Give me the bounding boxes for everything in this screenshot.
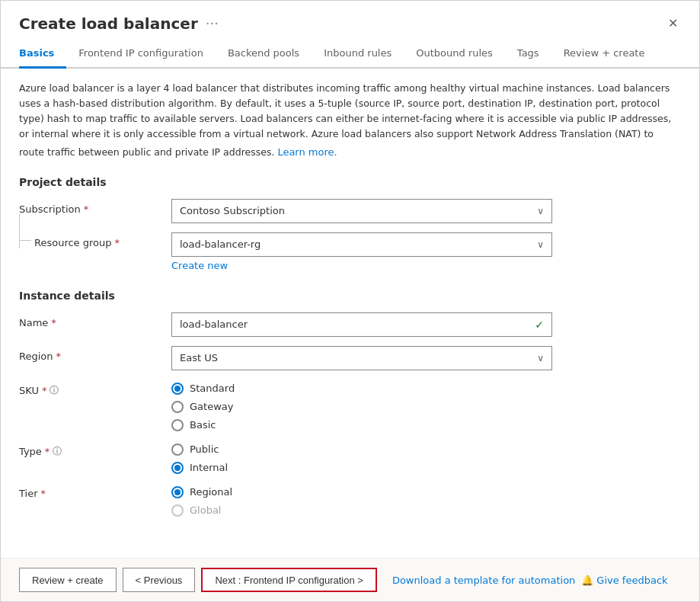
subscription-row: Subscription * Contoso Subscription ∨: [19, 199, 681, 223]
type-internal-label: Internal: [190, 462, 228, 473]
footer: Review + create < Previous Next : Fronte…: [1, 558, 699, 601]
region-chevron-icon: ∨: [537, 353, 544, 363]
resource-group-label: Resource group *: [19, 232, 171, 248]
sku-row: SKU * ⓘ Standard Gateway: [19, 379, 681, 431]
subscription-label: Subscription *: [19, 199, 171, 215]
tier-radio-group: Regional Global: [171, 483, 552, 517]
type-internal-radio[interactable]: [171, 462, 184, 474]
name-input[interactable]: load-balancer ✓: [171, 312, 552, 337]
previous-button[interactable]: < Previous: [123, 568, 196, 592]
type-public-label: Public: [190, 443, 219, 455]
resource-group-required: *: [115, 237, 120, 248]
region-control: East US ∨: [171, 346, 552, 370]
next-button[interactable]: Next : Frontend IP configuration >: [201, 568, 377, 592]
tab-review-create[interactable]: Review + create: [551, 40, 657, 69]
name-required: *: [51, 317, 56, 328]
dialog-title: Create load balancer: [19, 14, 198, 33]
learn-more-link[interactable]: Learn more.: [277, 145, 337, 161]
tab-frontend-ip[interactable]: Frontend IP configuration: [66, 40, 216, 69]
resource-group-chevron-icon: ∨: [537, 239, 544, 250]
resource-group-control: load-balancer-rg ∨ Create new: [171, 232, 552, 271]
region-row: Region * East US ∨: [19, 346, 681, 370]
tier-row: Tier * Regional Global: [19, 483, 681, 517]
download-template-link[interactable]: Download a template for automation: [392, 575, 575, 586]
sku-gateway-label: Gateway: [190, 401, 233, 412]
resource-group-dropdown[interactable]: load-balancer-rg ∨: [171, 232, 552, 257]
type-info-icon[interactable]: ⓘ: [53, 445, 62, 458]
tier-control: Regional Global: [171, 483, 552, 517]
instance-details-section: Instance details Name * load-balancer ✓ …: [19, 290, 681, 517]
region-required: *: [56, 351, 62, 362]
subscription-required: *: [84, 203, 89, 215]
type-row: Type * ⓘ Public Internal: [19, 440, 681, 474]
sku-label: SKU * ⓘ: [19, 379, 171, 397]
name-label: Name *: [19, 312, 171, 328]
sku-standard-label: Standard: [190, 383, 235, 394]
sku-gateway-option[interactable]: Gateway: [171, 401, 552, 413]
region-label: Region *: [19, 346, 171, 362]
content-area: Azure load balancer is a layer 4 load ba…: [1, 69, 699, 558]
tab-backend-pools[interactable]: Backend pools: [216, 40, 312, 69]
feedback-icon: 🔔: [581, 575, 593, 586]
tier-regional-option[interactable]: Regional: [171, 486, 552, 498]
type-public-option[interactable]: Public: [171, 443, 552, 456]
tab-outbound-rules[interactable]: Outbound rules: [404, 40, 505, 69]
tab-tags[interactable]: Tags: [505, 40, 551, 69]
sku-info-icon[interactable]: ⓘ: [50, 384, 59, 397]
type-required: *: [45, 446, 50, 457]
create-load-balancer-dialog: Create load balancer ··· ✕ Basics Fronte…: [0, 0, 700, 602]
give-feedback-link[interactable]: 🔔 Give feedback: [581, 575, 667, 586]
name-row: Name * load-balancer ✓: [19, 312, 681, 337]
tier-regional-radio[interactable]: [171, 486, 184, 498]
subscription-dropdown[interactable]: Contoso Subscription ∨: [171, 199, 552, 223]
type-control: Public Internal: [171, 440, 552, 474]
tab-inbound-rules[interactable]: Inbound rules: [312, 40, 404, 69]
subscription-chevron-icon: ∨: [537, 206, 544, 216]
sku-basic-label: Basic: [190, 419, 216, 431]
close-button[interactable]: ✕: [665, 13, 681, 34]
project-details-section: Project details Subscription * Contoso S…: [19, 176, 681, 271]
more-options-icon[interactable]: ···: [206, 15, 219, 31]
sku-standard-radio[interactable]: [171, 383, 184, 395]
tier-label: Tier *: [19, 483, 171, 499]
subscription-control: Contoso Subscription ∨: [171, 199, 552, 223]
tab-basics[interactable]: Basics: [19, 40, 66, 69]
region-dropdown[interactable]: East US ∨: [171, 346, 552, 370]
sku-gateway-radio[interactable]: [171, 401, 184, 413]
type-public-radio[interactable]: [171, 443, 184, 456]
sku-control: Standard Gateway Basic: [171, 379, 552, 431]
type-label: Type * ⓘ: [19, 440, 171, 458]
name-control: load-balancer ✓: [171, 312, 552, 337]
type-radio-group: Public Internal: [171, 440, 552, 474]
tabs-bar: Basics Frontend IP configuration Backend…: [1, 40, 699, 69]
dialog-header: Create load balancer ··· ✕: [1, 1, 699, 40]
sku-basic-option[interactable]: Basic: [171, 419, 552, 431]
create-new-resource-group-link[interactable]: Create new: [171, 260, 228, 271]
review-create-button[interactable]: Review + create: [19, 568, 117, 592]
sku-radio-group: Standard Gateway Basic: [171, 379, 552, 431]
description-text: Azure load balancer is a layer 4 load ba…: [19, 81, 681, 161]
tier-global-label: Global: [190, 504, 221, 516]
type-internal-option[interactable]: Internal: [171, 462, 552, 474]
tier-regional-label: Regional: [190, 486, 232, 498]
project-details-title: Project details: [19, 176, 681, 188]
tier-global-radio[interactable]: [171, 504, 184, 517]
sku-standard-option[interactable]: Standard: [171, 383, 552, 395]
name-valid-icon: ✓: [535, 319, 544, 331]
sku-basic-radio[interactable]: [171, 419, 184, 431]
resource-group-row: Resource group * load-balancer-rg ∨ Crea…: [19, 232, 681, 271]
title-row: Create load balancer ···: [19, 14, 219, 33]
tier-required: *: [41, 488, 46, 499]
instance-details-title: Instance details: [19, 290, 681, 302]
sku-required: *: [42, 385, 47, 396]
tier-global-option[interactable]: Global: [171, 504, 552, 517]
